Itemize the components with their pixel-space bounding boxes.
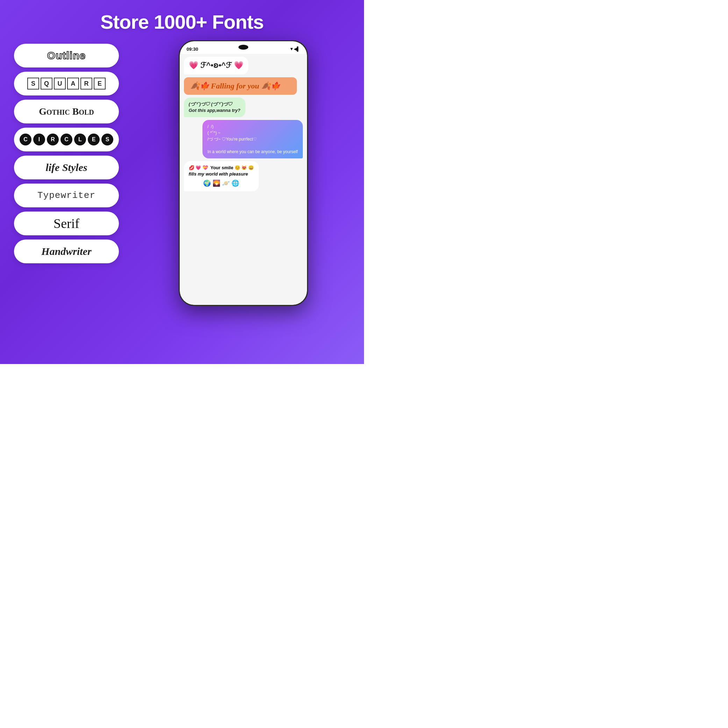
font-pill-gothic-bold[interactable]: Gothic Bold [14, 99, 119, 124]
message-line-4a: / /) [207, 124, 298, 130]
chat-bubble-1: 💗 ℱ^•ʚ•^ℱ 💗 [184, 57, 248, 75]
message-line-4c: /づ づ~ ♡You're purrfect♡ [207, 136, 298, 142]
message-line-4d: In a world where you can be anyone, be y… [207, 148, 298, 155]
font-pill-outline[interactable]: Outline [14, 44, 119, 67]
chat-area: 💗 ℱ^•ʚ•^ℱ 💗 🍂🍁 Falling for you 🍂🍁 (づ˘³˘)… [180, 54, 307, 305]
font-label-handwriter: Handwriter [41, 245, 91, 257]
chat-bubble-4: / /) ( ^˘^) ~ /づ づ~ ♡You're purrfect♡ In… [202, 120, 303, 158]
chat-bubble-3: (づ˘³˘)づ♡ (づ˘³˘)づ♡ Got this app,wanna try… [184, 98, 245, 117]
app-background: Store 1000+ Fonts Outline SQUARE Gothic … [0, 0, 364, 364]
font-label-outline: Outline [47, 50, 86, 61]
phone-screen: 09:30 ▼◀▌ 💗 ℱ^•ʚ•^ℱ 💗 [180, 41, 307, 305]
font-pill-typewriter[interactable]: Typewriter [14, 184, 119, 207]
message-text-4: / /) ( ^˘^) ~ /づ づ~ ♡You're purrfect♡ In… [207, 124, 298, 155]
message-text-3b: Got this app,wanna try? [189, 107, 240, 114]
font-pill-serif[interactable]: Serif [14, 211, 119, 236]
chat-bubble-5: 💋 💗 💝 Your smile 😊 😻 😄 fills my world wi… [184, 161, 259, 191]
signal-icon: ▼◀▌ [289, 46, 300, 51]
message-line-4b: ( ^˘^) ~ [207, 130, 298, 136]
status-time: 09:30 [187, 46, 198, 52]
font-label-life-styles: life Styles [46, 162, 87, 173]
font-label-gothic-bold: Gothic Bold [39, 106, 94, 117]
font-label-serif: Serif [54, 216, 80, 231]
message-text-3a: (づ˘³˘)づ♡ (づ˘³˘)づ♡ [189, 101, 240, 107]
phone-mockup: 09:30 ▼◀▌ 💗 ℱ^•ʚ•^ℱ 💗 [179, 40, 308, 306]
status-icons: ▼◀▌ [289, 46, 300, 51]
chat-bubble-2: 🍂🍁 Falling for you 🍂🍁 [184, 77, 297, 95]
phone-wrapper: 09:30 ▼◀▌ 💗 ℱ^•ʚ•^ℱ 💗 [129, 40, 357, 364]
message-text-5b: fills my world with pleasure [189, 171, 254, 177]
message-text-1: 💗 ℱ^•ʚ•^ℱ 💗 [189, 60, 243, 71]
font-pill-square[interactable]: SQUARE [14, 72, 119, 95]
message-text-5a: 💋 💗 💝 Your smile 😊 😻 😄 [189, 165, 254, 171]
camera-notch [239, 45, 248, 50]
main-content: Outline SQUARE Gothic Bold CIRCLES life [0, 40, 364, 364]
font-label-circles: CIRCLES [20, 133, 113, 145]
font-label-typewriter: Typewriter [37, 190, 95, 201]
page-title: Store 1000+ Fonts [100, 11, 264, 33]
message-text-5c: 🌍 🌄 🪐 🌐 [189, 179, 254, 188]
status-bar: 09:30 ▼◀▌ [180, 41, 307, 54]
font-pill-life-styles[interactable]: life Styles [14, 156, 119, 179]
font-pill-circles[interactable]: CIRCLES [14, 128, 119, 151]
font-list: Outline SQUARE Gothic Bold CIRCLES life [7, 40, 126, 364]
message-text-2: 🍂🍁 Falling for you 🍂🍁 [190, 81, 280, 90]
font-pill-handwriter[interactable]: Handwriter [14, 240, 119, 263]
font-label-square: SQUARE [27, 78, 106, 90]
